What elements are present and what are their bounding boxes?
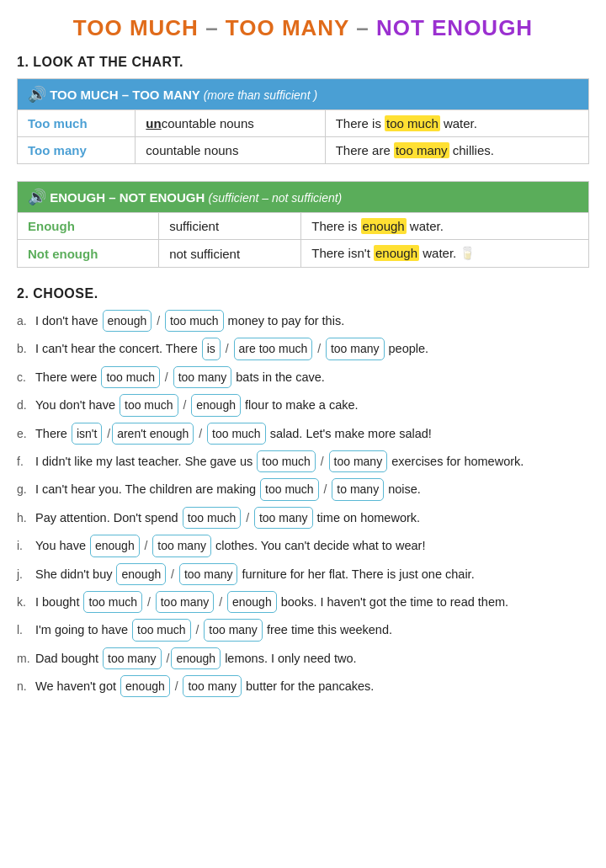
list-item: n. We haven't got enough / too many butt… [17,675,589,697]
list-item: j. She didn't buy enough / too many furn… [17,563,589,585]
chart2-example2: There isn't enough water. 🥛 [301,240,589,268]
list-item: c. There were too much / too many bats i… [17,366,589,388]
item-label-b: b. [17,340,35,359]
chart1-header: 🔊 TOO MUCH – TOO MANY (more than suffici… [18,79,589,110]
opt-enough-a[interactable]: enough [103,310,152,332]
opt-too-many-b[interactable]: too many [326,338,385,359]
opt-are-too-much-b[interactable]: are too much [234,338,313,359]
item-f-content: I didn't like my last teacher. She gave … [35,450,524,472]
section1-header: 1. LOOK AT THE CHART. [17,55,589,70]
opt-arent-enough-e[interactable]: aren't enough [112,423,194,445]
list-item: f. I didn't like my last teacher. She ga… [17,450,589,472]
item-label-f: f. [17,453,35,471]
opt-too-many-j[interactable]: too many [179,563,238,585]
opt-too-many-f[interactable]: too many [329,450,388,472]
item-label-n: n. [17,678,35,696]
list-item: l. I'm going to have too much / too many… [17,619,589,641]
item-label-e: e. [17,425,35,444]
section1-label: 1. [17,55,33,69]
chart1-header-note: (more than sufficient ) [204,88,317,102]
opt-enough-m[interactable]: enough [171,647,221,669]
opt-too-much-l[interactable]: too much [132,619,191,641]
list-item: d. You don't have too much / enough flou… [17,394,589,416]
item-m-content: Dad bought too many /enough lemons. I on… [35,647,357,669]
item-label-g: g. [17,481,35,499]
chart-enough: 🔊 ENOUGH – NOT ENOUGH (sufficient – not … [17,181,589,268]
chart2-table: 🔊 ENOUGH – NOT ENOUGH (sufficient – not … [17,181,589,268]
opt-too-much-a[interactable]: too much [165,310,224,332]
chart1-header-row: 🔊 TOO MUCH – TOO MANY (more than suffici… [18,79,589,110]
opt-is-b[interactable]: is [202,338,221,359]
opt-too-many-l[interactable]: too many [204,619,263,641]
chart1-row1: Too much uncountable nouns There is too … [18,110,589,137]
opt-too-much-g[interactable]: too much [260,478,319,500]
opt-too-much-k[interactable]: too much [83,591,142,613]
opt-enough-k[interactable]: enough [227,591,277,613]
title-dash1: – [205,15,226,40]
item-c-content: There were too much / too many bats in t… [35,366,325,388]
opt-to-many-g[interactable]: to many [332,478,384,500]
main-title: TOO MUCH – TOO MANY – NOT ENOUGH [17,15,589,41]
opt-enough-d[interactable]: enough [191,394,241,416]
chart2-header-note: (sufficient – not sufficient) [209,191,343,205]
speaker-icon: 🔊 [28,86,46,103]
section2-label: 2. [17,286,33,301]
item-label-m: m. [17,650,35,668]
opt-too-much-c[interactable]: too much [101,366,160,388]
item-label-j: j. [17,566,35,584]
opt-enough-j[interactable]: enough [116,563,166,585]
opt-enough-n[interactable]: enough [120,675,170,697]
item-label-l: l. [17,621,35,640]
chart1-label1: Too much [18,110,136,137]
opt-too-many-n[interactable]: too many [183,675,242,697]
title-many: TOO MANY [226,15,349,40]
opt-too-many-h[interactable]: too many [254,507,313,529]
item-b-content: I can't hear the concert. There is / are… [35,338,428,359]
chart1-table: 🔊 TOO MUCH – TOO MANY (more than suffici… [17,78,589,164]
opt-too-much-f[interactable]: too much [257,450,316,472]
chart1-header-text: TOO MUCH – TOO MANY [50,88,199,102]
item-d-content: You don't have too much / enough flour t… [35,394,359,416]
opt-too-much-d[interactable]: too much [120,394,178,416]
chart2-row1: Enough sufficient There is enough water. [18,213,589,240]
opt-enough-i[interactable]: enough [90,535,140,556]
list-item: h. Pay attention. Don't spend too much /… [17,507,589,529]
item-a-content: I don't have enough / too much money to … [35,310,344,332]
title-not-enough: NOT ENOUGH [376,15,533,40]
item-label-k: k. [17,594,35,612]
opt-isnt-e[interactable]: isn't [72,423,102,445]
list-item: a. I don't have enough / too much money … [17,310,589,332]
chart2-row2: Not enough not sufficient There isn't en… [18,240,589,268]
section2-header: 2. CHOOSE. [17,286,589,301]
list-item: i. You have enough / too many clothes. Y… [17,535,589,556]
list-item: e. There isn't /aren't enough / too much… [17,423,589,445]
opt-too-many-c[interactable]: too many [173,366,232,388]
chart1-example2: There are too many chillies. [325,137,588,164]
list-item: g. I can't hear you. The children are ma… [17,478,589,500]
chart2-header: 🔊 ENOUGH – NOT ENOUGH (sufficient – not … [18,182,589,213]
title-too: TOO MUCH [73,15,199,40]
chart2-noun2: not sufficient [159,240,301,268]
opt-too-much-h[interactable]: too much [183,507,242,529]
chart1-noun2: countable nouns [136,137,325,164]
item-label-a: a. [17,312,35,331]
chart1-row2: Too many countable nouns There are too m… [18,137,589,164]
opt-too-many-k[interactable]: too many [156,591,215,613]
chart2-label1: Enough [18,213,159,240]
exercise-list: a. I don't have enough / too much money … [17,310,589,697]
chart2-label2: Not enough [18,240,159,268]
opt-too-much-e[interactable]: too much [207,423,266,445]
chart2-header-row: 🔊 ENOUGH – NOT ENOUGH (sufficient – not … [18,182,589,213]
item-label-c: c. [17,369,35,387]
section1-heading: LOOK AT THE CHART. [33,55,183,69]
opt-too-many-m[interactable]: too many [103,647,162,669]
item-l-content: I'm going to have too much / too many fr… [35,619,392,641]
item-k-content: I bought too much / too many / enough bo… [35,591,508,613]
item-j-content: She didn't buy enough / too many furnitu… [35,563,475,585]
chart1-noun1: uncountable nouns [136,110,325,137]
chart1-label2: Too many [18,137,136,164]
chart-too-much: 🔊 TOO MUCH – TOO MANY (more than suffici… [17,78,589,164]
opt-too-many-i[interactable]: too many [152,535,211,556]
list-item: k. I bought too much / too many / enough… [17,591,589,613]
list-item: b. I can't hear the concert. There is / … [17,338,589,359]
